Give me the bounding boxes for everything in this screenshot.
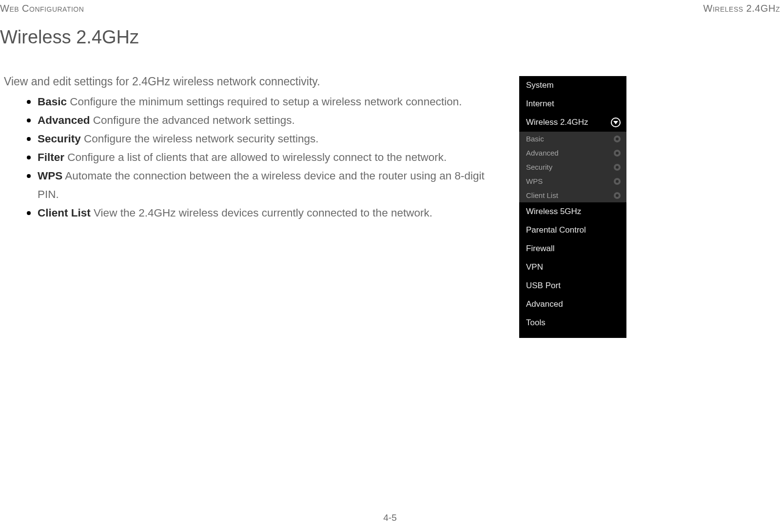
- sidebar-item-wireless-5ghz[interactable]: Wireless 5GHz: [519, 202, 626, 221]
- sidebar-subitem-basic[interactable]: Basic: [519, 132, 626, 146]
- term-client-list: Client List: [38, 207, 91, 219]
- radio-icon: [614, 178, 621, 185]
- sidebar-subitem-advanced[interactable]: Advanced: [519, 146, 626, 160]
- sidebar-item-usb-port[interactable]: USB Port: [519, 276, 626, 295]
- term-basic: Basic: [38, 96, 67, 108]
- sidebar-item-system[interactable]: System: [519, 76, 626, 95]
- sidebar-item-vpn[interactable]: VPN: [519, 258, 626, 276]
- term-security: Security: [38, 133, 81, 145]
- desc: Configure the wireless network security …: [81, 133, 319, 145]
- page-title: Wireless 2.4GHz: [0, 27, 139, 48]
- header-right: Wireless 2.4GHz: [703, 3, 780, 14]
- sidebar-item-label: VPN: [526, 262, 543, 272]
- term-wps: WPS: [38, 170, 62, 182]
- sidebar-nav: System Internet Wireless 2.4GHz Basic Ad…: [519, 76, 626, 338]
- list-item: Security Configure the wireless network …: [27, 130, 495, 148]
- sidebar-item-label: Advanced: [526, 299, 563, 309]
- term-filter: Filter: [38, 151, 64, 163]
- term-advanced: Advanced: [38, 114, 90, 126]
- sidebar-subitem-client-list[interactable]: Client List: [519, 188, 626, 202]
- sidebar-item-label: Tools: [526, 318, 546, 328]
- feature-list: Basic Configure the minimum settings req…: [27, 93, 495, 222]
- sidebar-subitem-label: Client List: [526, 191, 558, 199]
- list-item: Filter Configure a list of clients that …: [27, 148, 495, 167]
- radio-icon: [614, 164, 621, 171]
- sidebar-item-parental-control[interactable]: Parental Control: [519, 221, 626, 239]
- sidebar-subitem-label: WPS: [526, 177, 543, 185]
- list-item: WPS Automate the connection between the …: [27, 167, 495, 204]
- sidebar-item-label: System: [526, 80, 554, 90]
- sidebar-item-internet[interactable]: Internet: [519, 95, 626, 113]
- intro-text: View and edit settings for 2.4GHz wirele…: [4, 75, 320, 88]
- list-item: Basic Configure the minimum settings req…: [27, 93, 495, 111]
- desc: Configure a list of clients that are all…: [64, 151, 447, 163]
- sidebar-subitem-label: Advanced: [526, 149, 559, 157]
- radio-icon: [614, 192, 621, 199]
- sidebar-subitem-label: Security: [526, 163, 552, 171]
- desc: Configure the advanced network settings.: [90, 114, 295, 126]
- sidebar-subitem-label: Basic: [526, 135, 544, 143]
- sidebar-item-advanced[interactable]: Advanced: [519, 295, 626, 314]
- sidebar-item-label: Internet: [526, 99, 554, 109]
- sidebar-item-wireless-24ghz[interactable]: Wireless 2.4GHz: [519, 113, 626, 132]
- list-item: Advanced Configure the advanced network …: [27, 111, 495, 130]
- desc: View the 2.4GHz wireless devices current…: [91, 207, 432, 219]
- radio-icon: [614, 150, 621, 157]
- radio-icon: [614, 136, 621, 142]
- sidebar-item-firewall[interactable]: Firewall: [519, 239, 626, 258]
- sidebar-item-tools[interactable]: Tools: [519, 314, 626, 332]
- sidebar-item-label: Wireless 5GHz: [526, 207, 581, 217]
- desc: Automate the connection between the a wi…: [38, 170, 485, 200]
- sidebar-subitem-security[interactable]: Security: [519, 160, 626, 174]
- sidebar-item-label: Parental Control: [526, 225, 586, 235]
- sidebar-subpanel: Basic Advanced Security WPS Client List: [519, 132, 626, 202]
- sidebar-subitem-wps[interactable]: WPS: [519, 174, 626, 188]
- chevron-down-icon: [611, 118, 621, 127]
- sidebar-item-label: Wireless 2.4GHz: [526, 118, 588, 127]
- list-item: Client List View the 2.4GHz wireless dev…: [27, 204, 495, 222]
- header-left: Web Configuration: [0, 3, 84, 14]
- sidebar-item-label: USB Port: [526, 281, 561, 291]
- desc: Configure the minimum settings required …: [67, 96, 462, 108]
- sidebar-item-label: Firewall: [526, 244, 555, 254]
- page-number: 4-5: [0, 512, 780, 523]
